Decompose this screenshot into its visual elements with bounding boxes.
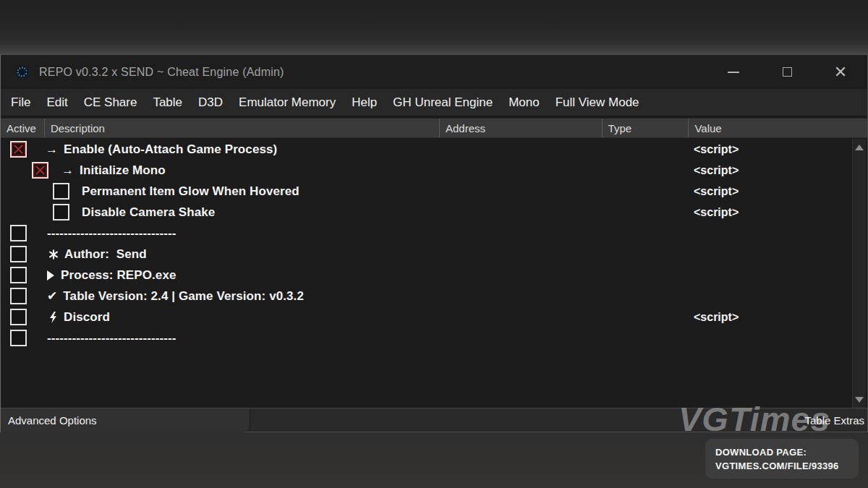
table-row: →Enable (Auto-Attach Game Process) <scri… [1, 139, 867, 160]
table-row: Process: REPO.exe [1, 265, 867, 286]
row-checkbox[interactable] [32, 162, 48, 179]
menu-edit[interactable]: Edit [38, 89, 75, 116]
scroll-up-button[interactable] [853, 140, 866, 155]
table-row: Disable Camera Shake <script> [1, 202, 867, 223]
table-row: ------------------------------- [1, 223, 867, 244]
download-page-label: DOWNLOAD PAGE: [715, 445, 859, 459]
row-value[interactable]: <script> [694, 160, 739, 181]
menu-emulator-memory[interactable]: Emulator Memory [231, 89, 344, 116]
menu-help[interactable]: Help [344, 89, 385, 116]
row-checkbox[interactable] [10, 309, 27, 325]
table-row: →Initialize Mono <script> [1, 160, 867, 181]
maximize-button[interactable] [760, 55, 814, 89]
menu-ce-share[interactable]: CE Share [76, 89, 145, 116]
checkbox-x-icon [13, 144, 24, 155]
advanced-options-button[interactable]: Advanced Options [1, 408, 250, 432]
row-description[interactable]: →Enable (Auto-Attach Game Process) [46, 139, 277, 160]
row-value[interactable]: <script> [694, 181, 739, 202]
row-checkbox[interactable] [10, 141, 27, 158]
scroll-down-icon [855, 397, 864, 403]
row-description[interactable]: →Initialize Mono [61, 160, 166, 181]
triangle-right-icon [46, 270, 55, 281]
close-icon: ✕ [834, 64, 847, 80]
menu-table[interactable]: Table [145, 89, 190, 116]
menu-d3d[interactable]: D3D [190, 89, 231, 116]
column-header-active[interactable]: Active [1, 119, 44, 137]
column-header-type[interactable]: Type [602, 119, 689, 137]
cheat-engine-app-icon [15, 65, 29, 79]
row-checkbox[interactable] [10, 288, 27, 304]
row-checkbox[interactable] [10, 330, 27, 346]
row-description[interactable]: Author: Send [48, 244, 147, 265]
arrow-right-icon: → [61, 163, 74, 178]
menu-full-view-mode[interactable]: Full View Mode [548, 89, 647, 116]
row-label: ------------------------------- [47, 331, 176, 346]
menu-mono[interactable]: Mono [501, 89, 548, 116]
menu-file[interactable]: File [3, 89, 38, 116]
row-description[interactable]: Process: REPO.exe [46, 265, 176, 286]
maximize-icon [783, 67, 792, 77]
status-bar: Advanced Options Table Extras [1, 408, 867, 432]
row-description[interactable]: ------------------------------- [47, 328, 176, 348]
row-label: Permanent Item Glow When Hovered [82, 184, 299, 199]
download-url: VGTIMES.COM/FILE/93396 [715, 459, 859, 473]
row-checkbox[interactable] [10, 225, 27, 241]
arrow-right-icon: → [46, 142, 58, 157]
menu-bar: FileEditCE ShareTableD3DEmulator MemoryH… [1, 89, 867, 116]
row-description[interactable]: Discord [48, 307, 110, 328]
star-icon [48, 249, 59, 260]
row-description[interactable]: Permanent Item Glow When Hovered [82, 181, 299, 202]
row-checkbox[interactable] [53, 204, 69, 221]
minimize-button[interactable] [707, 55, 760, 89]
lightning-icon [48, 312, 58, 323]
row-description[interactable]: Disable Camera Shake [82, 202, 215, 223]
advanced-options-label: Advanced Options [8, 414, 97, 427]
vertical-scrollbar[interactable] [852, 139, 866, 408]
desktop-background: REPO v0.3.2 x SEND ~ Cheat Engine (Admin… [0, 0, 868, 488]
row-label: Process: REPO.exe [61, 268, 176, 283]
row-checkbox[interactable] [10, 267, 27, 283]
column-header-description[interactable]: Description [44, 119, 439, 137]
table-row: ✔Table Version: 2.4 | Game Version: v0.3… [1, 286, 867, 307]
checkbox-x-icon [35, 165, 46, 176]
download-badge: DOWNLOAD PAGE: VGTIMES.COM/FILE/93396 [705, 439, 859, 479]
check-icon: ✔ [47, 288, 57, 304]
row-label: Author: Send [64, 247, 147, 262]
column-header-value[interactable]: Value [688, 119, 867, 137]
table-row: Permanent Item Glow When Hovered <script… [1, 181, 867, 202]
window-title: REPO v0.3.2 x SEND ~ Cheat Engine (Admin… [39, 66, 284, 79]
scroll-down-button[interactable] [853, 393, 866, 407]
row-checkbox[interactable] [53, 183, 69, 200]
column-header-address[interactable]: Address [439, 119, 602, 137]
titlebar[interactable]: REPO v0.3.2 x SEND ~ Cheat Engine (Admin… [1, 55, 867, 89]
scroll-up-icon [855, 145, 864, 150]
row-value[interactable]: <script> [694, 139, 739, 160]
table-header: ActiveDescriptionAddressTypeValue [1, 118, 867, 138]
row-value[interactable]: <script> [694, 202, 739, 223]
row-label: Enable (Auto-Attach Game Process) [64, 142, 277, 157]
row-label: ------------------------------- [47, 226, 176, 241]
row-value[interactable]: <script> [694, 307, 739, 328]
table-row: Discord <script> [1, 307, 867, 328]
row-description[interactable]: ✔Table Version: 2.4 | Game Version: v0.3… [47, 286, 304, 307]
cheat-engine-window: REPO v0.3.2 x SEND ~ Cheat Engine (Admin… [0, 54, 868, 432]
row-label: Discord [64, 310, 110, 325]
row-label: Disable Camera Shake [82, 205, 215, 220]
close-button[interactable]: ✕ [814, 55, 867, 89]
table-extras-label: Table Extras [804, 414, 864, 427]
minimize-icon [728, 72, 739, 73]
table-row: Author: Send [1, 244, 867, 265]
row-checkbox[interactable] [10, 246, 27, 262]
table-body: →Enable (Auto-Attach Game Process) <scri… [1, 139, 867, 408]
row-description[interactable]: ------------------------------- [47, 223, 176, 244]
table-extras-button[interactable]: Table Extras [804, 408, 864, 432]
menu-gh-unreal-engine[interactable]: GH Unreal Engine [385, 89, 501, 116]
row-label: Table Version: 2.4 | Game Version: v0.3.… [63, 289, 304, 304]
row-label: Initialize Mono [80, 163, 166, 178]
table-row: ------------------------------- [1, 328, 867, 348]
